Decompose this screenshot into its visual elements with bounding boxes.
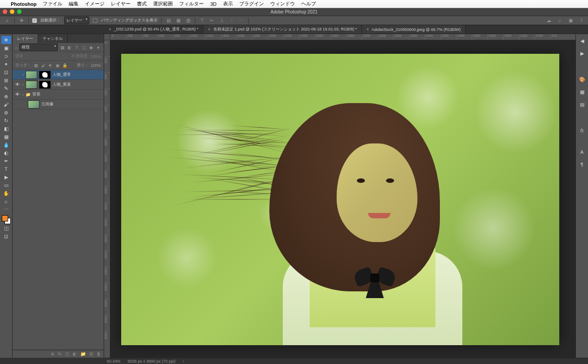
new-layer-icon[interactable]: ⊞ (89, 351, 93, 356)
marquee-tool[interactable]: ▣ (1, 44, 11, 52)
move-tool-icon[interactable]: ✥ (18, 17, 25, 24)
menu-edit[interactable]: 編集 (69, 0, 79, 7)
menu-type[interactable]: 書式 (137, 0, 147, 7)
document-tab[interactable]: × AdobeStock_210950600.jpeg @ 66.7% (RGB… (362, 25, 465, 34)
layer-mask-icon[interactable]: ◫ (65, 351, 69, 356)
close-window-icon[interactable] (3, 9, 7, 14)
align-center-icon[interactable]: ▦ (175, 17, 181, 24)
layer-style-icon[interactable]: fx (58, 351, 61, 356)
app-name[interactable]: Photoshop (11, 1, 36, 7)
menu-help[interactable]: ヘルプ (301, 0, 316, 7)
adjustment-layer-icon[interactable]: ◐ (73, 351, 77, 356)
vertical-ruler[interactable]: 0200400600800100012001400160018002000220… (104, 40, 110, 358)
group-layers-icon[interactable]: 📁 (80, 351, 86, 356)
document-tab[interactable]: × 名称未設定 1.psd @ 102% (スクリーンショット 2021-06-… (203, 25, 362, 34)
crop-tool[interactable]: ⊡ (1, 68, 11, 76)
auto-select-dropdown[interactable]: レイヤー (64, 17, 89, 24)
align-right-icon[interactable]: ▥ (185, 17, 191, 24)
menu-layer[interactable]: レイヤー (111, 0, 131, 7)
document-dimensions[interactable]: 5536 px x 3690 px (72 ppi) (128, 359, 176, 364)
filter-shape-icon[interactable]: ▢ (81, 45, 87, 50)
color-panel-icon[interactable]: 🎨 (578, 75, 586, 83)
lasso-tool[interactable]: ⊃ (1, 52, 11, 60)
paragraph-panel-icon[interactable]: ¶ (578, 160, 586, 169)
zoom-level[interactable]: 50.43% (107, 359, 121, 364)
layer-row[interactable]: 👁 › 人物_乗算 (13, 80, 104, 90)
filter-smart-icon[interactable]: ◉ (88, 45, 94, 50)
horizontal-ruler[interactable]: 0200400600800100012001400160018002000220… (110, 34, 575, 40)
blur-tool[interactable]: 💧 (1, 141, 11, 149)
layer-row[interactable]: 👁 › 📁 背景 (13, 90, 104, 100)
close-tab-icon[interactable]: × (109, 27, 111, 32)
menu-select[interactable]: 選択範囲 (153, 0, 173, 7)
edit-toolbar[interactable]: ⋯ (1, 205, 11, 213)
layer-thumbnail[interactable] (26, 71, 37, 79)
menu-image[interactable]: イメージ (85, 0, 105, 7)
move-tool[interactable]: ✥ (1, 36, 11, 44)
document-canvas[interactable] (121, 54, 559, 345)
link-layers-icon[interactable]: ⊕ (51, 351, 54, 356)
menu-view[interactable]: 表示 (223, 0, 233, 7)
frame-tool[interactable]: ⊞ (1, 76, 11, 84)
align-bottom-icon[interactable]: ⊥ (219, 17, 225, 24)
layer-thumbnail[interactable] (26, 81, 37, 89)
hand-tool[interactable]: ✋ (1, 189, 11, 197)
layer-name[interactable]: 人物_乗算 (53, 82, 102, 87)
distribute-icon[interactable]: ⋮ (228, 17, 235, 24)
gradients-panel-icon[interactable]: ▤ (578, 100, 586, 108)
layer-thumbnail[interactable] (28, 100, 39, 108)
clone-stamp-tool[interactable]: ⊛ (1, 108, 11, 117)
lock-position-icon[interactable]: ✥ (48, 63, 53, 68)
path-selection-tool[interactable]: ▶ (1, 173, 11, 181)
delete-layer-icon[interactable]: 🗑 (97, 351, 101, 356)
dodge-tool[interactable]: ◐ (1, 149, 11, 157)
layer-mask-thumbnail[interactable] (39, 81, 51, 89)
align-left-icon[interactable]: ▤ (165, 17, 171, 24)
expand-panels-icon[interactable]: ◀ (578, 37, 586, 45)
type-tool[interactable]: T (1, 165, 11, 173)
color-swatches[interactable] (2, 215, 11, 224)
expand-icon[interactable]: › (22, 92, 24, 97)
filter-pixel-icon[interactable]: ▦ (60, 45, 65, 50)
zoom-tool[interactable]: ⌕ (1, 197, 11, 205)
tab-channels[interactable]: チャンネル (38, 34, 68, 43)
adjustments-panel-icon[interactable]: ⫛ (578, 126, 586, 134)
tab-layers[interactable]: レイヤー (13, 34, 38, 43)
screen-mode-tool[interactable]: ⊡ (1, 232, 11, 240)
auto-select-checkbox[interactable]: ✓ (32, 18, 37, 23)
foreground-color-swatch[interactable] (2, 215, 8, 221)
bounding-box-checkbox[interactable] (93, 18, 97, 23)
menu-file[interactable]: ファイル (43, 0, 62, 7)
visibility-toggle[interactable]: 👁 (14, 82, 21, 87)
pen-tool[interactable]: ✒ (1, 157, 11, 165)
home-button[interactable]: ⌂ (4, 17, 11, 24)
fill-value[interactable]: 100% (91, 63, 101, 68)
cloud-docs-icon[interactable]: ☁ (546, 17, 552, 24)
history-brush-tool[interactable]: ↻ (1, 117, 11, 125)
document-tab[interactable]: × _DSC1239.psd @ 50.4% (人物_通常, RGB/8) * (104, 25, 203, 34)
blend-mode-dropdown[interactable]: 通常 (15, 53, 70, 59)
layer-name[interactable]: 人物_通常 (53, 72, 102, 78)
layer-name[interactable]: 元画像 (41, 101, 102, 107)
close-tab-icon[interactable]: × (366, 27, 369, 32)
rectangle-tool[interactable]: ▭ (1, 181, 11, 189)
play-icon[interactable]: ▶ (578, 49, 586, 57)
layer-mask-thumbnail[interactable] (39, 71, 51, 79)
magic-wand-tool[interactable]: ✦ (1, 60, 11, 68)
menu-window[interactable]: ウィンドウ (270, 0, 295, 7)
align-top-icon[interactable]: ⊤ (199, 17, 205, 24)
gradient-tool[interactable]: ▦ (1, 133, 11, 141)
layer-row[interactable]: › 人物_通常 (13, 70, 104, 80)
lock-all-icon[interactable]: 🔒 (62, 63, 67, 68)
visibility-toggle[interactable]: 👁 (14, 92, 21, 97)
character-panel-icon[interactable]: A (578, 148, 586, 156)
layer-filter-dropdown[interactable]: 種類 (19, 43, 58, 51)
menu-filter[interactable]: フィルター (179, 0, 204, 7)
filter-type-icon[interactable]: T (74, 45, 79, 50)
opacity-value[interactable]: 100% (91, 54, 101, 59)
eraser-tool[interactable]: ◧ (1, 125, 11, 133)
lock-artboard-icon[interactable]: ▣ (55, 63, 60, 68)
expand-icon[interactable]: › (22, 73, 24, 77)
ruler-origin[interactable] (104, 34, 110, 40)
healing-brush-tool[interactable]: ⊕ (1, 92, 11, 100)
